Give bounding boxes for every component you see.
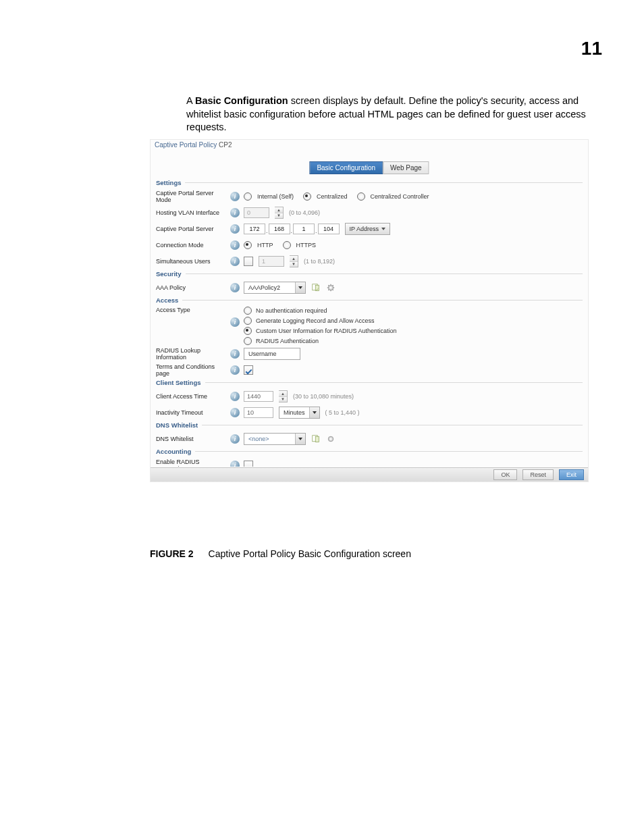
info-icon[interactable] bbox=[230, 461, 240, 467]
ip-octet-4[interactable]: 104 bbox=[318, 224, 340, 234]
label-conn-mode: Connection Mode bbox=[156, 242, 230, 249]
section-accounting: Accounting bbox=[156, 448, 583, 455]
label-sim-users: Simultaneous Users bbox=[156, 258, 230, 265]
radio-radius-auth[interactable] bbox=[244, 337, 252, 345]
info-icon[interactable] bbox=[230, 408, 240, 417]
info-icon[interactable] bbox=[230, 392, 240, 401]
ip-octet-3[interactable]: 1 bbox=[293, 224, 315, 234]
section-access: Access bbox=[156, 296, 583, 304]
info-icon[interactable] bbox=[230, 240, 240, 250]
figure-caption: FIGURE 2Captive Portal Policy Basic Conf… bbox=[150, 548, 593, 559]
sim-users-input[interactable]: 1 bbox=[259, 256, 284, 267]
ip-octet-1[interactable]: 172 bbox=[244, 224, 265, 234]
exit-button[interactable]: Exit bbox=[559, 469, 584, 480]
section-dns: DNS Whitelist bbox=[156, 421, 583, 429]
breadcrumb: Captive Portal Policy CP2 bbox=[155, 141, 232, 149]
breadcrumb-current: CP2 bbox=[219, 141, 232, 149]
intro-bold: Basic Configuration bbox=[195, 95, 288, 106]
edit-icon[interactable] bbox=[311, 283, 321, 292]
caret-down-icon bbox=[313, 411, 317, 414]
section-settings: Settings bbox=[156, 179, 583, 186]
svg-rect-13 bbox=[315, 436, 319, 442]
gear-icon[interactable] bbox=[326, 283, 336, 292]
caret-down-icon bbox=[381, 228, 385, 230]
radio-centralized-controller[interactable] bbox=[357, 192, 365, 201]
check-radius-acct[interactable] bbox=[244, 461, 253, 467]
info-icon[interactable] bbox=[230, 283, 240, 292]
inactivity-unit-value: Minutes bbox=[279, 409, 309, 416]
info-icon[interactable] bbox=[230, 365, 240, 375]
client-access-time-input[interactable]: 1440 bbox=[244, 391, 273, 402]
ip-type-label: IP Address bbox=[350, 226, 379, 232]
tab-basic-configuration[interactable]: Basic Configuration bbox=[309, 161, 383, 174]
config-screenshot: Captive Portal Policy CP2 Basic Configur… bbox=[150, 139, 589, 482]
radio-http[interactable] bbox=[244, 241, 252, 249]
reset-button[interactable]: Reset bbox=[522, 469, 554, 480]
label-enable-radius-acct: Enable RADIUS Accounting bbox=[156, 459, 230, 467]
radio-label-https: HTTPS bbox=[296, 242, 317, 249]
dns-whitelist-select[interactable]: <none> bbox=[244, 433, 306, 445]
vlan-spinner[interactable]: ▲▼ bbox=[275, 207, 284, 219]
info-icon[interactable] bbox=[230, 434, 240, 444]
client-access-time-spinner[interactable]: ▲▼ bbox=[279, 390, 288, 402]
check-sim-users[interactable] bbox=[244, 257, 253, 266]
vlan-hint: (0 to 4,096) bbox=[289, 209, 320, 216]
label-server-mode: Captive Portal Server Mode bbox=[156, 190, 230, 203]
info-icon[interactable] bbox=[230, 317, 240, 327]
radio-https[interactable] bbox=[283, 241, 291, 249]
page-number: 11 bbox=[581, 38, 602, 59]
ip-octet-2[interactable]: 168 bbox=[269, 224, 290, 234]
vlan-input[interactable]: 0 bbox=[244, 207, 269, 218]
radio-centralized[interactable] bbox=[303, 192, 311, 201]
tabs: Basic Configuration Web Page bbox=[309, 161, 429, 174]
label-cp-server: Captive Portal Server bbox=[156, 226, 230, 232]
intro-before: A bbox=[186, 95, 195, 106]
aaa-policy-value: AAAPolicy2 bbox=[244, 284, 295, 291]
radio-custom-radius[interactable] bbox=[244, 327, 252, 335]
label-terms: Terms and Conditions page bbox=[156, 363, 230, 377]
sim-users-spinner[interactable]: ▲▼ bbox=[290, 255, 298, 267]
radius-lookup-label: Username bbox=[248, 350, 277, 357]
radio-gen-log[interactable] bbox=[244, 317, 252, 325]
section-security-label: Security bbox=[156, 270, 182, 278]
svg-point-3 bbox=[330, 287, 332, 289]
radio-label-no-auth: No authentication required bbox=[256, 307, 327, 314]
info-icon[interactable] bbox=[230, 208, 240, 217]
client-access-time-hint: (30 to 10,080 minutes) bbox=[293, 393, 354, 400]
aaa-policy-select[interactable]: AAAPolicy2 bbox=[244, 282, 306, 294]
tab-web-page[interactable]: Web Page bbox=[383, 161, 429, 174]
figure-text: Captive Portal Policy Basic Configuratio… bbox=[209, 548, 411, 559]
inactivity-unit-select[interactable]: Minutes bbox=[279, 407, 320, 419]
radio-no-auth[interactable] bbox=[244, 307, 252, 315]
info-icon[interactable] bbox=[230, 349, 240, 359]
radio-label-custom-radius: Custom User Information for RADIUS Authe… bbox=[256, 328, 397, 334]
gear-icon[interactable] bbox=[326, 434, 336, 444]
edit-icon[interactable] bbox=[311, 434, 321, 444]
breadcrumb-label: Captive Portal Policy bbox=[155, 141, 217, 149]
section-settings-label: Settings bbox=[156, 179, 181, 186]
svg-line-11 bbox=[333, 285, 333, 286]
info-icon[interactable] bbox=[230, 192, 240, 201]
svg-line-8 bbox=[328, 285, 329, 286]
label-access-type: Access Type bbox=[156, 307, 230, 313]
svg-line-10 bbox=[328, 290, 329, 290]
sim-users-hint: (1 to 8,192) bbox=[304, 258, 335, 265]
radius-lookup-button[interactable]: Username bbox=[244, 348, 300, 360]
footer-bar: OK Reset Exit bbox=[151, 467, 588, 481]
check-terms[interactable] bbox=[244, 365, 253, 375]
radio-internal-self[interactable] bbox=[244, 192, 252, 201]
svg-point-15 bbox=[330, 438, 332, 440]
radio-label-radius-auth: RADIUS Authentication bbox=[256, 338, 319, 344]
section-access-label: Access bbox=[156, 296, 178, 304]
info-icon[interactable] bbox=[230, 224, 240, 234]
section-accounting-label: Accounting bbox=[156, 448, 191, 455]
inactivity-input[interactable]: 10 bbox=[244, 407, 273, 418]
label-radius-lookup: RADIUS Lookup Information bbox=[156, 347, 230, 361]
ip-input[interactable]: 172. 168. 1. 104 bbox=[244, 224, 340, 234]
radio-label-http: HTTP bbox=[257, 242, 273, 249]
radio-label-cc: Centralized Controller bbox=[371, 193, 429, 200]
info-icon[interactable] bbox=[230, 257, 240, 266]
label-client-access-time: Client Access Time bbox=[156, 393, 230, 400]
ip-type-dropdown[interactable]: IP Address bbox=[345, 223, 390, 235]
ok-button[interactable]: OK bbox=[493, 469, 517, 480]
